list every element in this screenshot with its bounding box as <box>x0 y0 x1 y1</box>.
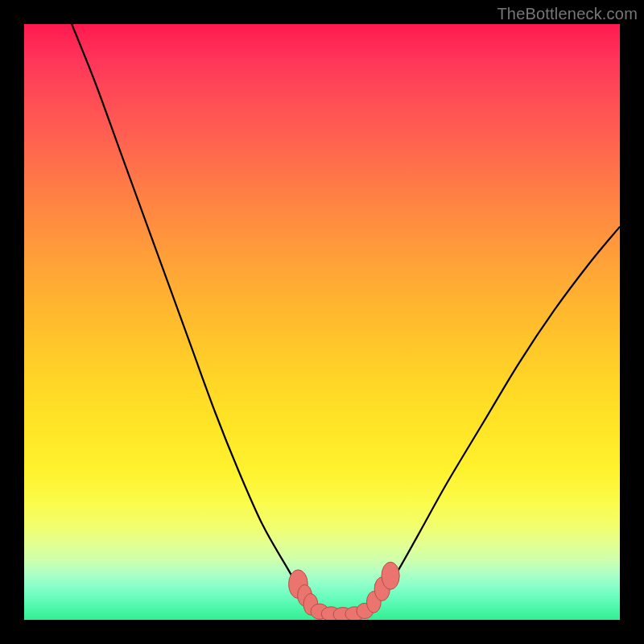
watermark-text: TheBottleneck.com <box>497 5 638 23</box>
chart-svg <box>24 24 620 620</box>
marker-right-upper-2 <box>382 562 399 589</box>
chart-frame: TheBottleneck.com <box>0 0 644 644</box>
left-curve <box>72 24 316 608</box>
valley-markers <box>289 562 400 620</box>
right-curve <box>364 227 620 614</box>
chart-plot-area <box>24 24 620 620</box>
